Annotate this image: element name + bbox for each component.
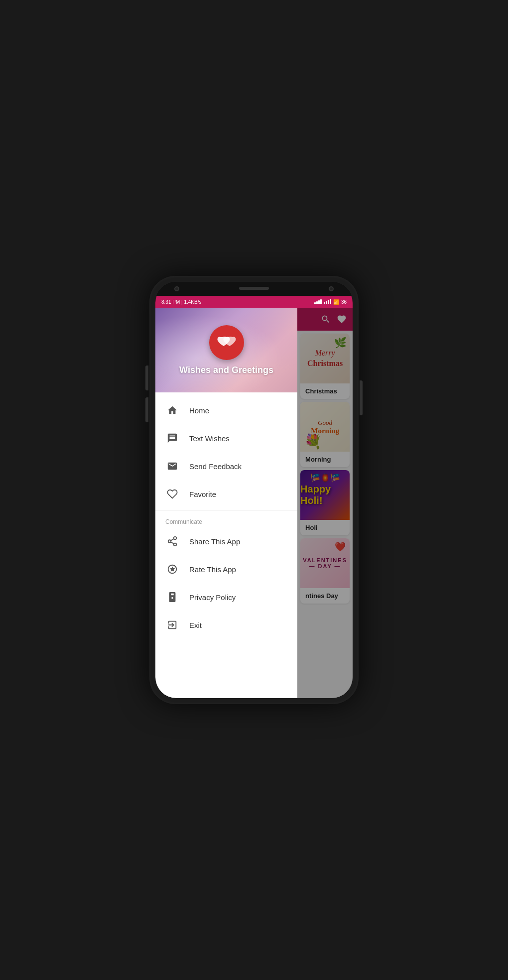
signal-icon [314, 299, 322, 304]
phone-screen: 8:31 PM | 1.4KB/s 📶 36 [155, 282, 353, 698]
status-bar: 8:31 PM | 1.4KB/s 📶 36 [155, 296, 353, 308]
menu-item-send-feedback[interactable]: Send Feedback [155, 452, 297, 480]
communicate-section-header: Communicate [155, 512, 297, 527]
share-icon [165, 534, 179, 548]
star-circle-icon [165, 562, 179, 576]
menu-item-share[interactable]: Share This App [155, 527, 297, 555]
svg-point-0 [174, 537, 177, 540]
svg-point-2 [174, 543, 177, 546]
send-feedback-label: Send Feedback [189, 462, 242, 471]
drawer-menu: Home Text Wishes [155, 392, 297, 698]
menu-item-text-wishes[interactable]: Text Wishes [155, 424, 297, 452]
svg-line-4 [171, 539, 174, 541]
camera-dot [329, 286, 334, 291]
front-camera [174, 286, 179, 291]
privacy-label: Privacy Policy [189, 593, 236, 602]
status-time: 8:31 PM | 1.4KB/s [161, 299, 201, 305]
phone-notch [155, 282, 353, 296]
drawer-overlay[interactable] [297, 308, 353, 698]
menu-item-home[interactable]: Home [155, 396, 297, 424]
menu-item-privacy[interactable]: Privacy Policy [155, 583, 297, 611]
menu-item-favorite[interactable]: Favorite [155, 480, 297, 508]
svg-point-1 [168, 540, 171, 543]
exit-label: Exit [189, 621, 202, 629]
power-button [360, 380, 363, 415]
navigation-drawer: Wishes and Greetings Home [155, 308, 297, 698]
menu-item-exit[interactable]: Exit [155, 611, 297, 639]
app-title: Wishes and Greetings [179, 365, 273, 375]
app-logo [209, 325, 244, 360]
heart-outline-icon [165, 487, 179, 501]
volume-down-button [145, 397, 148, 422]
logo-icon [217, 335, 237, 350]
favorite-label: Favorite [189, 490, 216, 498]
menu-item-rate[interactable]: Rate This App [155, 555, 297, 583]
share-label: Share This App [189, 537, 240, 546]
battery-indicator: 36 [341, 299, 347, 305]
signal-icon-2 [324, 299, 331, 304]
privacy-icon [165, 590, 179, 604]
rate-label: Rate This App [189, 565, 236, 574]
message-icon [165, 431, 179, 445]
phone-device: 8:31 PM | 1.4KB/s 📶 36 [149, 276, 359, 704]
svg-line-3 [171, 542, 174, 544]
status-left: 8:31 PM | 1.4KB/s [161, 299, 201, 305]
app-screen: Wishes and Greetings Home [155, 308, 353, 698]
speaker [239, 287, 269, 290]
text-wishes-label: Text Wishes [189, 434, 230, 443]
drawer-header: Wishes and Greetings [155, 308, 297, 392]
home-icon [165, 403, 179, 417]
status-right: 📶 36 [314, 299, 347, 305]
volume-up-button [145, 366, 148, 390]
wifi-icon: 📶 [333, 299, 339, 305]
home-label: Home [189, 406, 209, 415]
exit-icon [165, 618, 179, 632]
menu-divider [155, 510, 297, 510]
email-icon [165, 459, 179, 473]
